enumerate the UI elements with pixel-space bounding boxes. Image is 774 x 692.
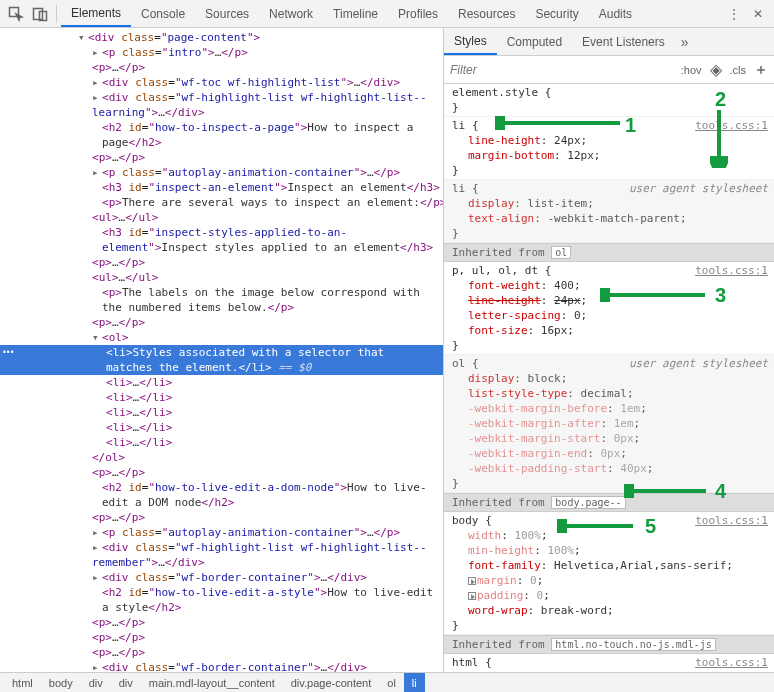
devtools-toolbar: Elements Console Sources Network Timelin… [0,0,774,28]
breadcrumb-item[interactable]: li [404,673,425,692]
source-link[interactable]: tools.css:1 [695,514,768,527]
breadcrumbs[interactable]: htmlbodydivdivmain.mdl-layout__contentdi… [0,672,774,692]
add-rule-icon[interactable]: ＋ [754,61,768,79]
styles-filter-row: :hov ◈ .cls ＋ [444,56,774,84]
diamond-icon[interactable]: ◈ [710,60,722,79]
source-link[interactable]: tools.css:1 [695,119,768,132]
styles-tab-styles[interactable]: Styles [444,28,497,55]
styles-panel: Styles Computed Event Listeners » :hov ◈… [443,28,774,672]
tab-audits[interactable]: Audits [589,0,642,27]
chevrons-icon[interactable]: » [681,34,689,50]
tab-profiles[interactable]: Profiles [388,0,448,27]
breadcrumb-item[interactable]: div [111,673,141,692]
source-link[interactable]: tools.css:1 [695,264,768,277]
hov-toggle[interactable]: :hov [681,64,702,76]
tab-sources[interactable]: Sources [195,0,259,27]
tab-network[interactable]: Network [259,0,323,27]
styles-rules[interactable]: element.style {}tools.css:1li {line-heig… [444,84,774,672]
device-icon[interactable] [28,2,52,26]
toolbar-tabs: Elements Console Sources Network Timelin… [61,0,642,27]
tab-console[interactable]: Console [131,0,195,27]
svg-rect-1 [34,8,43,19]
breadcrumb-item[interactable]: body [41,673,81,692]
breadcrumb-item[interactable]: main.mdl-layout__content [141,673,283,692]
tab-security[interactable]: Security [525,0,588,27]
breadcrumb-item[interactable]: html [4,673,41,692]
more-icon[interactable]: ⋮ [722,2,746,26]
tab-timeline[interactable]: Timeline [323,0,388,27]
source-link[interactable]: tools.css:1 [695,656,768,669]
breadcrumb-item[interactable]: div [81,673,111,692]
tab-resources[interactable]: Resources [448,0,525,27]
breadcrumb-item[interactable]: div.page-content [283,673,380,692]
styles-filter-input[interactable] [450,63,673,77]
styles-tab-events[interactable]: Event Listeners [572,28,675,55]
styles-tab-computed[interactable]: Computed [497,28,572,55]
cls-toggle[interactable]: .cls [730,64,747,76]
elements-dom-tree[interactable]: ▾<div class="page-content">▸<p class="in… [0,28,443,672]
tab-elements[interactable]: Elements [61,0,131,27]
styles-tabs: Styles Computed Event Listeners » [444,28,774,56]
inspect-icon[interactable] [4,2,28,26]
close-icon[interactable]: ✕ [746,2,770,26]
breadcrumb-item[interactable]: ol [379,673,404,692]
